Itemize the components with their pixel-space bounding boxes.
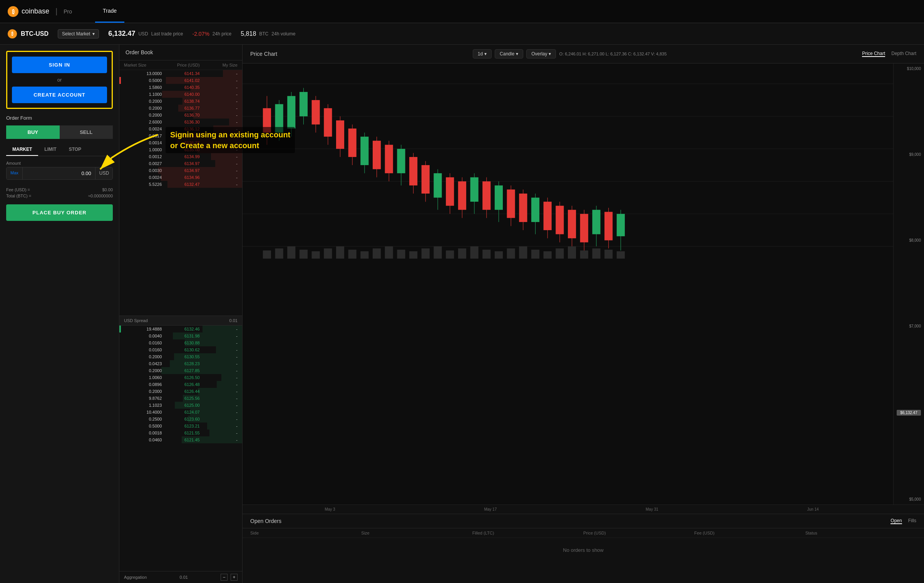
- aggregation-decrease[interactable]: −: [221, 574, 228, 581]
- ask-row: 0.2000 6136.77 -: [119, 105, 242, 112]
- ask-row: 0.0024 6136.12 -: [119, 125, 242, 132]
- bid-rows: 19.4888 6132.46 - 0.0040 6131.98 - 0.016…: [119, 326, 242, 571]
- bid-mysize: -: [200, 424, 238, 428]
- price-chart-tab[interactable]: Price Chart: [862, 51, 885, 57]
- svg-rect-28: [385, 145, 393, 173]
- buy-sell-tabs: BUY SELL: [6, 125, 113, 139]
- svg-rect-96: [617, 251, 625, 259]
- create-account-button[interactable]: CREATE ACCOUNT: [12, 87, 107, 103]
- aggregation-controls: − +: [221, 574, 238, 581]
- svg-rect-74: [348, 250, 357, 259]
- current-price-tag: $6,132.47: [897, 410, 921, 416]
- stop-tab[interactable]: STOP: [63, 144, 87, 156]
- auth-box: SIGN IN or CREATE ACCOUNT: [6, 51, 113, 109]
- svg-rect-75: [360, 251, 368, 259]
- svg-rect-80: [422, 249, 430, 259]
- svg-rect-10: [275, 104, 283, 133]
- amount-group: Amount Max USD: [6, 161, 113, 180]
- amount-input[interactable]: [23, 167, 95, 179]
- open-orders-header: Open Orders Open Fills: [243, 514, 924, 528]
- svg-rect-79: [409, 251, 417, 259]
- bid-price: 6125.00: [162, 403, 199, 408]
- bid-price: 6130.55: [162, 354, 199, 359]
- ask-price: 6134.99: [162, 154, 199, 159]
- bid-mysize: -: [200, 375, 238, 380]
- price-tick-10000: $10,000: [897, 67, 921, 71]
- ask-price: 6134.96: [162, 175, 199, 180]
- svg-rect-24: [360, 137, 368, 165]
- bid-row: 1.1023 6125.00 -: [119, 402, 242, 409]
- bid-row: 0.2000 6130.55 -: [119, 353, 242, 360]
- bid-row: 19.4888 6132.46 -: [119, 326, 242, 332]
- bid-size: 0.2000: [124, 389, 162, 394]
- ask-row: 0.0024 6134.96 -: [119, 174, 242, 181]
- svg-rect-69: [287, 246, 295, 259]
- bid-mysize: -: [200, 396, 238, 401]
- order-book-panel: Order Book Market Size Price (USD) My Si…: [119, 45, 243, 583]
- bid-mysize: -: [200, 410, 238, 414]
- buy-tab[interactable]: BUY: [6, 125, 60, 139]
- nav-tab-trade[interactable]: Trade: [95, 0, 124, 23]
- bid-size: 9.8762: [124, 396, 162, 401]
- total-value: ≈0.00000000: [88, 194, 113, 198]
- max-link[interactable]: Max: [7, 167, 23, 179]
- svg-rect-32: [409, 157, 417, 185]
- ask-mysize: -: [200, 78, 238, 83]
- bid-price: 6124.07: [162, 410, 199, 414]
- ask-row: 1.5860 6140.35 -: [119, 84, 242, 91]
- bid-row: 0.5000 6123.21 -: [119, 423, 242, 429]
- price-tick-7000: $7,000: [897, 324, 921, 328]
- ask-mysize: -: [200, 147, 238, 152]
- sell-tab[interactable]: SELL: [60, 125, 113, 139]
- candle-type-selector[interactable]: Candle ▾: [495, 49, 523, 58]
- svg-rect-84: [470, 246, 479, 259]
- price-change-stat: -2.07% 24h price: [192, 31, 232, 37]
- aggregation-increase[interactable]: +: [231, 574, 238, 581]
- limit-tab[interactable]: LIMIT: [38, 144, 62, 156]
- market-tab[interactable]: MARKET: [6, 144, 38, 156]
- bid-size: 0.0040: [124, 334, 162, 338]
- open-tab[interactable]: Open: [891, 518, 902, 524]
- ask-mysize: -: [200, 161, 238, 166]
- ask-size: 0.2000: [124, 106, 162, 110]
- coinbase-logo-icon: ₿: [8, 6, 18, 17]
- svg-rect-50: [519, 194, 527, 222]
- ask-price: 6141.34: [162, 71, 199, 76]
- bid-row: 0.0018 6121.55 -: [119, 429, 242, 436]
- fee-label: Fee (USD) =: [6, 187, 30, 192]
- volume-currency: BTC: [259, 31, 268, 37]
- bid-size: 0.0460: [124, 438, 162, 442]
- bid-size: 1.1023: [124, 403, 162, 408]
- bid-row: 0.2500 6123.60 -: [119, 416, 242, 423]
- ask-price: 6134.97: [162, 168, 199, 173]
- place-order-button[interactable]: PLACE BUY ORDER: [6, 204, 113, 221]
- spread-row: USD Spread 0.01: [119, 316, 242, 326]
- ob-header-mysize: My Size: [200, 63, 238, 67]
- fills-tab[interactable]: Fills: [908, 518, 916, 524]
- bid-mysize: -: [200, 361, 238, 366]
- bid-price: 6126.48: [162, 382, 199, 387]
- chart-controls: 1d ▾ Candle ▾ Overlay ▾ O: 6,246.01 H: 6…: [473, 49, 667, 58]
- ask-mysize: -: [200, 106, 238, 110]
- spread-value: 0.01: [229, 318, 238, 323]
- svg-rect-68: [275, 249, 283, 259]
- depth-chart-tab[interactable]: Depth Chart: [891, 51, 916, 57]
- open-orders-empty: No orders to show: [243, 538, 924, 562]
- signin-button[interactable]: SIGN IN: [12, 57, 107, 73]
- svg-rect-76: [373, 249, 381, 259]
- volume-stat: 5,818 BTC 24h volume: [241, 30, 295, 37]
- ask-row: 5.5226 6132.47 -: [119, 181, 242, 188]
- market-bar: ₿ BTC-USD Select Market ▾ 6,132.47 USD L…: [0, 23, 924, 45]
- ask-size: 0.0017: [124, 134, 162, 138]
- select-market-button[interactable]: Select Market ▾: [58, 29, 99, 38]
- svg-rect-94: [592, 249, 600, 259]
- nav-tabs: Trade: [95, 0, 124, 23]
- bid-price: 6126.50: [162, 375, 199, 380]
- timeframe-selector[interactable]: 1d ▾: [473, 49, 492, 58]
- ask-row: 13.0000 6141.34 -: [119, 70, 242, 77]
- ask-row: 0.0012 6134.99 -: [119, 153, 242, 160]
- overlay-selector[interactable]: Overlay ▾: [526, 49, 556, 58]
- chart-area: Price Chart 1d ▾ Candle ▾ Overlay ▾ O: 6…: [243, 45, 924, 514]
- ask-price: 6140.35: [162, 85, 199, 90]
- bid-size: 0.0423: [124, 361, 162, 366]
